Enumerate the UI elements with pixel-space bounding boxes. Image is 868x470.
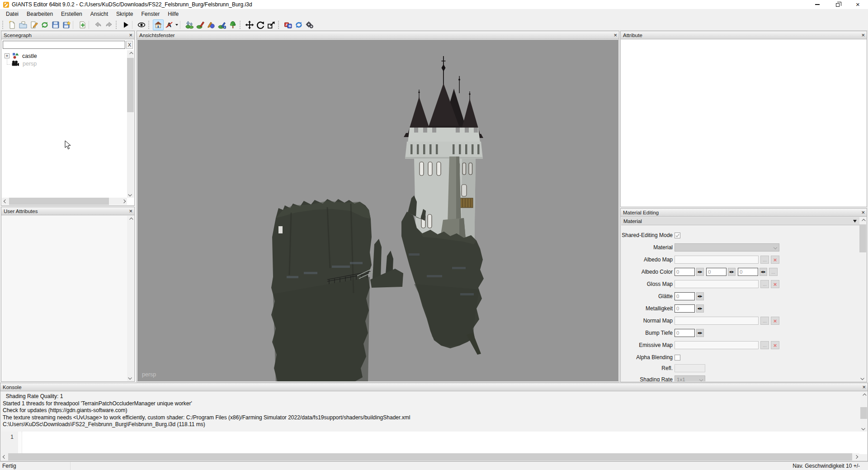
visibility-button[interactable] bbox=[136, 19, 147, 30]
new-file-button[interactable] bbox=[7, 19, 18, 30]
save-file-button[interactable] bbox=[50, 19, 61, 30]
spinner-control[interactable]: ◀▶ bbox=[728, 268, 736, 276]
emissive-map-input[interactable] bbox=[675, 341, 759, 349]
menu-bearbeiten[interactable]: Bearbeiten bbox=[23, 10, 57, 18]
close-icon[interactable]: × bbox=[861, 209, 865, 216]
menu-fenster[interactable]: Fenster bbox=[137, 10, 164, 18]
scroll-down-icon[interactable] bbox=[127, 191, 134, 198]
material-editing-header[interactable]: Material Editing × bbox=[621, 209, 867, 217]
alpha-blending-checkbox[interactable] bbox=[675, 355, 680, 361]
albedo-r-input[interactable]: 0 bbox=[675, 268, 695, 276]
shading-rate-dropdown[interactable]: 1x1 bbox=[675, 375, 705, 381]
user-attributes-header[interactable]: User Attributes × bbox=[1, 207, 134, 215]
editor-settings-button[interactable] bbox=[304, 19, 315, 30]
material-dropdown[interactable] bbox=[675, 243, 779, 252]
albedo-map-input[interactable] bbox=[675, 256, 759, 264]
menu-hilfe[interactable]: Hilfe bbox=[164, 10, 183, 18]
menu-datei[interactable]: Datei bbox=[2, 10, 23, 18]
scenegraph-hscrollbar[interactable] bbox=[2, 198, 127, 205]
undo-button[interactable] bbox=[93, 19, 104, 30]
close-icon[interactable]: × bbox=[129, 32, 132, 38]
terrain-detail-button[interactable]: i bbox=[217, 19, 227, 30]
spinner-control[interactable]: ◀▶ bbox=[696, 292, 704, 300]
metalligkeit-input[interactable]: 0 bbox=[675, 304, 695, 313]
tree-node-persp[interactable]: persp bbox=[2, 60, 127, 67]
foliage-button[interactable] bbox=[227, 19, 238, 30]
scenegraph-search-input[interactable] bbox=[3, 41, 125, 49]
terrain-paint-button[interactable] bbox=[206, 19, 217, 30]
scroll-down-icon[interactable] bbox=[859, 375, 866, 381]
scenegraph-tree[interactable]: + castle persp bbox=[2, 50, 127, 198]
close-button[interactable]: × bbox=[848, 0, 868, 9]
gloss-map-input[interactable] bbox=[675, 280, 759, 288]
close-icon[interactable]: × bbox=[862, 384, 866, 390]
viewport-3d-canvas[interactable]: persp bbox=[137, 40, 618, 381]
redo-button[interactable] bbox=[104, 19, 114, 30]
console-log[interactable]: Shading Rate Quality: 1 Started 1 thread… bbox=[1, 392, 860, 432]
scroll-up-icon[interactable] bbox=[127, 50, 134, 57]
terrain-edit-off-button[interactable]: A bbox=[164, 19, 175, 30]
scroll-down-icon[interactable] bbox=[127, 374, 134, 381]
clear-map-button[interactable]: × bbox=[771, 317, 779, 325]
open-file-button[interactable] bbox=[18, 19, 28, 30]
browse-button[interactable]: ... bbox=[760, 280, 769, 288]
scroll-thumb[interactable] bbox=[8, 453, 852, 461]
console-header[interactable]: Konsole × bbox=[0, 383, 868, 391]
glaette-input[interactable]: 0 bbox=[675, 292, 695, 300]
search-clear-button[interactable]: X bbox=[126, 41, 133, 49]
menu-ansicht[interactable]: Ansicht bbox=[86, 10, 112, 18]
albedo-g-input[interactable]: 0 bbox=[706, 268, 726, 276]
refl-input[interactable] bbox=[675, 364, 705, 372]
menu-skripte[interactable]: Skripte bbox=[112, 10, 137, 18]
scroll-up-icon[interactable] bbox=[127, 216, 134, 223]
browse-button[interactable]: ... bbox=[760, 341, 769, 349]
viewport-header[interactable]: Ansichtsfenster × bbox=[137, 31, 619, 39]
scroll-thumb[interactable] bbox=[860, 407, 867, 419]
scroll-thumb[interactable] bbox=[859, 224, 866, 252]
frame-home-button[interactable] bbox=[153, 19, 164, 30]
spinner-control[interactable]: ◀▶ bbox=[696, 329, 704, 337]
console-vscrollbar[interactable] bbox=[860, 392, 867, 432]
reload-shaders-button[interactable] bbox=[293, 19, 304, 30]
translate-tool-button[interactable] bbox=[244, 19, 255, 30]
material-section-header[interactable]: Material bbox=[621, 217, 859, 225]
play-button[interactable] bbox=[120, 19, 131, 30]
browse-button[interactable]: ... bbox=[760, 317, 769, 325]
clear-map-button[interactable]: × bbox=[771, 256, 779, 264]
console-hscrollbar[interactable] bbox=[1, 453, 859, 461]
scenegraph-vscrollbar[interactable] bbox=[127, 50, 134, 198]
shared-editing-checkbox[interactable] bbox=[675, 233, 680, 238]
script-input-area[interactable] bbox=[22, 432, 867, 454]
collapse-triangle-icon[interactable] bbox=[853, 220, 857, 223]
spinner-control[interactable]: ◀▶ bbox=[760, 268, 767, 276]
restore-button[interactable] bbox=[827, 0, 848, 9]
export-file-button[interactable] bbox=[61, 19, 72, 30]
close-icon[interactable]: × bbox=[129, 208, 132, 214]
scroll-left-icon[interactable] bbox=[2, 198, 9, 204]
bump-tiefe-input[interactable]: 0 bbox=[675, 329, 695, 337]
scroll-right-icon[interactable] bbox=[853, 453, 859, 460]
normal-map-input[interactable] bbox=[675, 317, 759, 325]
scenegraph-header[interactable]: Scenegraph × bbox=[1, 31, 134, 39]
clear-map-button[interactable]: × bbox=[771, 341, 779, 349]
close-icon[interactable]: × bbox=[613, 32, 617, 38]
user-attributes-vscrollbar[interactable] bbox=[127, 216, 134, 381]
scroll-up-icon[interactable] bbox=[860, 392, 867, 399]
terrain-smooth-button[interactable] bbox=[195, 19, 206, 30]
scroll-down-icon[interactable] bbox=[860, 425, 867, 432]
browse-button[interactable]: ... bbox=[760, 256, 769, 264]
scale-tool-button[interactable] bbox=[266, 19, 277, 30]
terrain-raise-button[interactable] bbox=[184, 19, 195, 30]
albedo-b-input[interactable]: 0 bbox=[738, 268, 758, 276]
attribute-header[interactable]: Attribute × bbox=[621, 31, 867, 39]
expand-icon[interactable]: + bbox=[5, 53, 9, 58]
add-reference-button[interactable] bbox=[77, 19, 88, 30]
terrain-mode-caret[interactable] bbox=[175, 19, 179, 30]
material-vscrollbar[interactable] bbox=[859, 217, 866, 381]
scroll-right-icon[interactable] bbox=[120, 198, 127, 204]
clear-map-button[interactable]: × bbox=[771, 280, 779, 288]
scroll-left-icon[interactable] bbox=[1, 453, 8, 460]
close-icon[interactable]: × bbox=[861, 32, 865, 38]
color-picker-button[interactable]: ... bbox=[769, 268, 778, 276]
object-labels-button[interactable]: AB bbox=[283, 19, 293, 30]
